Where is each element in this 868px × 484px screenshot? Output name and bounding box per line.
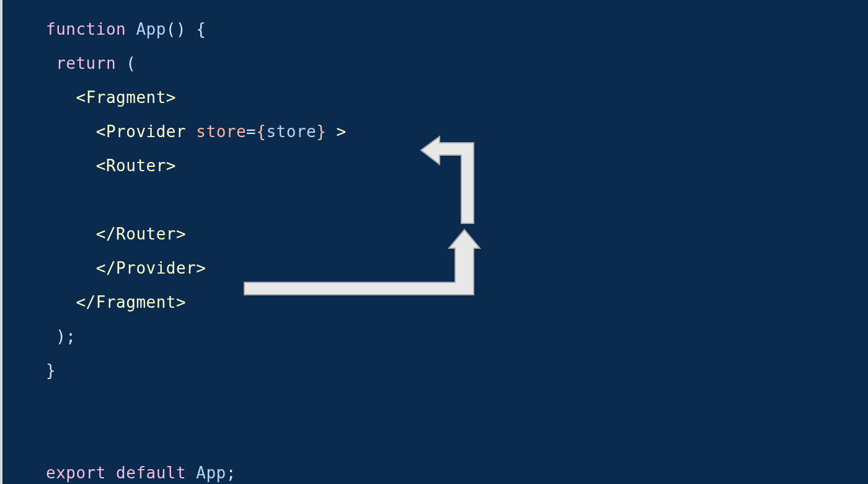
jsx-angle: > bbox=[166, 156, 176, 175]
semicolon: ; bbox=[226, 464, 236, 482]
identifier-app: App bbox=[196, 464, 226, 482]
keyword-export: export bbox=[46, 464, 106, 482]
brace-open: { bbox=[196, 20, 206, 38]
jsx-tag-router-close: Router bbox=[116, 225, 176, 243]
jsx-angle-close: </ bbox=[96, 225, 116, 243]
jsx-angle: > bbox=[166, 88, 176, 107]
jsx-angle: > bbox=[176, 225, 186, 243]
jsx-tag-provider-close: Provider bbox=[116, 259, 196, 277]
jsx-tag-fragment-open: Fragment bbox=[86, 88, 166, 107]
jsx-angle: > bbox=[196, 259, 206, 277]
jsx-angle: < bbox=[96, 156, 106, 175]
expr-close: } bbox=[316, 122, 326, 141]
jsx-angle: > bbox=[337, 122, 347, 141]
paren-close: ) bbox=[56, 327, 66, 346]
parens: () bbox=[166, 20, 186, 38]
jsx-attr-store: store bbox=[196, 122, 246, 141]
paren-open: ( bbox=[126, 54, 136, 73]
jsx-angle: < bbox=[76, 88, 86, 107]
jsx-angle: > bbox=[176, 293, 186, 311]
jsx-angle-close: </ bbox=[76, 293, 95, 311]
jsx-angle-close: </ bbox=[96, 259, 116, 277]
keyword-default: default bbox=[116, 464, 186, 482]
jsx-tag-provider-open: Provider bbox=[106, 122, 186, 141]
keyword-function: function bbox=[46, 20, 126, 38]
identifier-store: store bbox=[266, 122, 316, 141]
jsx-tag-fragment-close: Fragment bbox=[96, 293, 176, 311]
jsx-tag-router-open: Router bbox=[106, 156, 166, 175]
equals: = bbox=[246, 122, 256, 141]
expr-open: { bbox=[256, 122, 266, 141]
jsx-angle: < bbox=[96, 122, 106, 141]
identifier-app: App bbox=[136, 20, 166, 38]
semicolon: ; bbox=[66, 327, 76, 346]
code-block: function App() { return ( <Fragment> <Pr… bbox=[2, 0, 868, 484]
brace-close: } bbox=[46, 361, 56, 380]
keyword-return: return bbox=[56, 54, 116, 73]
